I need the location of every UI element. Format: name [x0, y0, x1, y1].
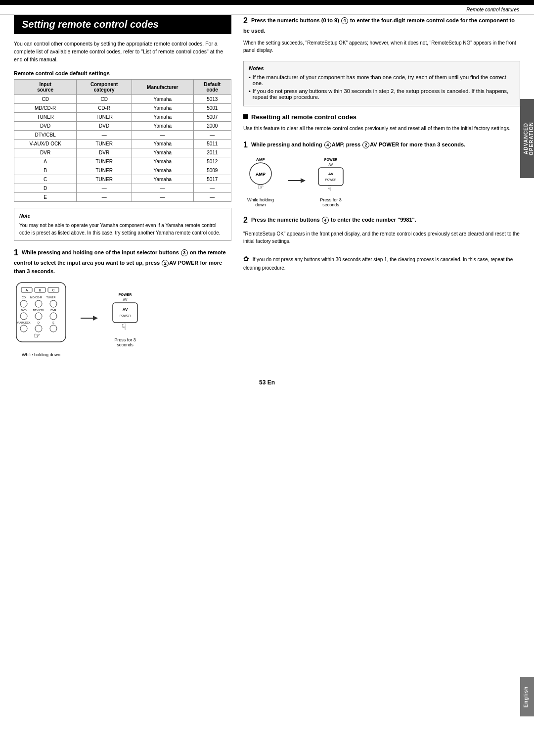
arrow-container [78, 308, 98, 329]
table-cell: — [77, 193, 132, 202]
table-cell: A [14, 157, 77, 166]
svg-text:TUNER: TUNER [46, 296, 56, 299]
svg-text:CD: CD [22, 296, 26, 299]
table-row: TUNERTUNERYamaha5007 [14, 113, 231, 122]
table-cell: Yamaha [132, 113, 193, 122]
note-item-text: If the manufacturer of your component ha… [253, 74, 515, 86]
while-holding-label: While holding down [14, 352, 68, 357]
table-cell: Yamaha [132, 148, 193, 157]
circle-4b: 4 [324, 142, 331, 148]
table-cell: CD [77, 95, 132, 104]
table-row: CTUNERYamaha5017 [14, 175, 231, 184]
step1-right-text: While pressing and holding 4AMP, press 2… [251, 142, 465, 147]
svg-marker-39 [301, 178, 306, 183]
svg-text:AV: AV [123, 307, 128, 312]
table-row: CDCDYamaha5013 [14, 95, 231, 104]
table-cell: — [132, 193, 193, 202]
table-cell: TUNER [77, 157, 132, 166]
table-cell: — [132, 184, 193, 193]
table-cell: — [193, 131, 231, 140]
table-cell: 5013 [193, 95, 231, 104]
step1-right-header: 1 While pressing and holding 4AMP, press… [243, 139, 520, 151]
step1-right-num: 1 [243, 141, 248, 149]
note-item: •If the manufacturer of your component h… [249, 74, 515, 86]
step1-number: 1 [14, 248, 18, 257]
step2-right-header: 2 Press the numeric buttons 4 to enter t… [243, 214, 520, 226]
remote-table: Inputsource Componentcategory Manufactur… [14, 79, 231, 202]
table-cell: Yamaha [132, 95, 193, 104]
table-cell: 5017 [193, 175, 231, 184]
table-cell: 5007 [193, 113, 231, 122]
table-cell: Yamaha [132, 122, 193, 131]
notes-box: Notes •If the manufacturer of your compo… [243, 61, 520, 106]
svg-point-16 [20, 313, 27, 320]
svg-text:AMP: AMP [256, 157, 265, 162]
table-cell: 2011 [193, 148, 231, 157]
step2-right-subtext: "RemoteSetup OK" appears in the front pa… [243, 230, 520, 245]
svg-rect-42 [318, 168, 343, 186]
notes-title: Notes [249, 65, 515, 71]
sidebar-english: English [520, 677, 534, 716]
svg-marker-27 [93, 316, 98, 321]
table-cell: DTV/CBL [14, 131, 77, 140]
top-bar [0, 0, 534, 5]
notes-list: •If the manufacturer of your component h… [249, 74, 515, 100]
table-cell: Yamaha [132, 104, 193, 113]
svg-text:D: D [38, 321, 40, 324]
table-cell: E [14, 193, 77, 202]
power-btn-right: POWER AV AV POWER ☟ Press for 3seconds [313, 155, 348, 207]
sidebar-advanced: ADVANCED OPERATION [520, 99, 534, 178]
table-cell: 5001 [193, 104, 231, 113]
table-cell: — [77, 184, 132, 193]
arrow-right-svg [286, 171, 306, 190]
step1-text: While pressing and holding one of the in… [14, 249, 226, 274]
svg-text:B: B [39, 288, 42, 292]
svg-point-11 [35, 300, 42, 307]
resetting-subtitle: Resetting all remote control codes [243, 113, 520, 121]
step2-right-num: 2 [243, 216, 248, 224]
note-box-left: Note You may not be able to operate your… [14, 208, 231, 241]
table-row: MD/CD-RCD-RYamaha5001 [14, 104, 231, 113]
svg-text:V-AUX/DCK: V-AUX/DCK [17, 321, 31, 324]
table-cell: DVD [14, 122, 77, 131]
table-row: ATUNERYamaha5012 [14, 157, 231, 166]
svg-text:POWER: POWER [119, 293, 132, 296]
table-cell: 5012 [193, 157, 231, 166]
resetting-section: Resetting all remote control codes Use t… [243, 113, 520, 133]
resetting-title: Resetting all remote control codes [251, 113, 356, 121]
header-label: Remote control features [466, 7, 519, 12]
arrow-right [286, 171, 306, 191]
svg-point-12 [50, 300, 57, 307]
svg-text:AV: AV [329, 163, 333, 166]
table-cell: D [14, 184, 77, 193]
step1-right-diagram: AMP AMP ☞ While holdingdown [243, 155, 520, 207]
av-power-label2: AV POWER [370, 142, 399, 147]
while-holding-right: While holdingdown [243, 197, 278, 207]
right-column: 2 Press the numeric buttons (0 to 9) 4 t… [243, 15, 520, 364]
table-row: E——— [14, 193, 231, 202]
svg-text:POWER: POWER [325, 178, 337, 181]
col-header-default: Defaultcode [193, 80, 231, 95]
table-title: Remote control code default settings [14, 70, 231, 76]
remote-control-svg: A B C CD MD/CD-R TUNER [14, 280, 68, 349]
page-container: Remote control features ADVANCED OPERATI… [0, 0, 534, 756]
circle-3: 3 [181, 249, 188, 256]
amp-btn-svg: AMP AMP ☞ [243, 155, 278, 194]
table-cell: — [132, 131, 193, 140]
svg-point-23 [35, 325, 42, 332]
press-for-label: Press for 3seconds [108, 337, 142, 347]
step2-subtext: When the setting succeeds, "RemoteSetup … [243, 39, 520, 54]
table-cell: — [193, 184, 231, 193]
table-cell: TUNER [77, 166, 132, 175]
step2-header: 2 Press the numeric buttons (0 to 9) 4 t… [243, 15, 520, 35]
col-header-manufacturer: Manufacturer [132, 80, 193, 95]
table-cell: 2000 [193, 122, 231, 131]
table-cell: DVR [14, 148, 77, 157]
table-cell: 5009 [193, 166, 231, 175]
step2-right-text: Press the numeric buttons 4 to enter the… [251, 217, 416, 223]
table-cell: TUNER [77, 175, 132, 184]
svg-text:MD/CD-R: MD/CD-R [30, 296, 42, 299]
table-cell: DVD [77, 122, 132, 131]
step1-left: 1 While pressing and holding one of the … [14, 247, 231, 357]
col-header-component: Componentcategory [77, 80, 132, 95]
